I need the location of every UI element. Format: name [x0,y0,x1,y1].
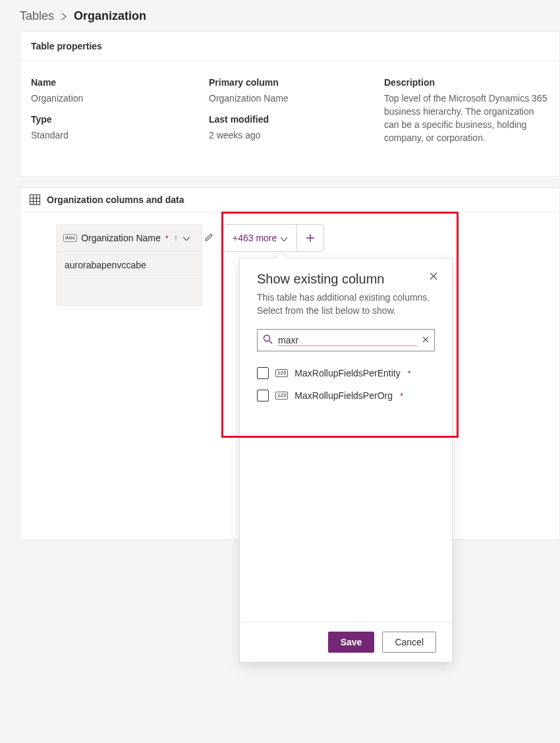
add-column-button[interactable] [297,225,323,251]
edit-icon[interactable] [204,233,215,244]
breadcrumb: Tables Organization [20,7,560,31]
svg-rect-0 [30,195,40,205]
checkbox[interactable] [257,390,269,401]
breadcrumb-parent[interactable]: Tables [20,9,54,23]
column-header-label: Organization Name [81,233,161,243]
table-grid-icon [30,194,40,205]
required-star-icon: * [165,233,169,243]
description-value: Top level of the Microsoft Dynamics 365 … [384,92,549,144]
name-value: Organization [31,92,188,105]
cancel-button[interactable]: Cancel [382,632,436,653]
text-type-icon: Abc [63,234,77,242]
columns-header: Organization columns and data [20,188,559,212]
show-existing-column-flyout: Show existing column This table has addi… [239,258,453,663]
card-title: Table properties [20,32,559,61]
number-type-icon: 123 [275,369,288,377]
columns-header-title: Organization columns and data [47,194,184,205]
search-input[interactable]: maxr [257,329,435,351]
chevron-right-icon [61,11,67,22]
type-value: Standard [31,129,188,142]
search-input-value: maxr [278,335,417,346]
column-header-organization-name[interactable]: Abc Organization Name* ↑ [56,224,202,252]
number-type-icon: 123 [275,392,288,400]
required-star-icon: * [408,369,411,378]
flyout-footer: Save Cancel [240,622,452,662]
list-item-label: MaxRollupFieldsPerOrg [294,390,393,401]
columns-data-card: Organization columns and data Abc Organi… [20,187,560,540]
last-modified-label: Last modified [209,114,363,125]
more-columns-pill: +463 more [223,224,324,252]
list-item[interactable]: 123 MaxRollupFieldsPerOrg* [257,384,435,407]
required-star-icon: * [400,391,403,401]
sort-asc-icon: ↑ [174,233,178,243]
chevron-down-icon[interactable] [183,235,190,242]
list-item-label: MaxRollupFieldsPerEntity [294,368,400,378]
chevron-down-icon [281,233,287,243]
breadcrumb-current: Organization [74,9,146,23]
flyout-title: Show existing column [257,272,435,287]
more-columns-label: +463 more [233,233,277,243]
primary-column-label: Primary column [209,77,363,88]
table-properties-card: Table properties Name Organization Type … [20,31,560,177]
table-row[interactable] [56,278,202,306]
close-button[interactable] [430,272,437,282]
flyout-description: This table has additional existing colum… [257,291,435,317]
svg-point-9 [264,336,270,342]
table-row[interactable]: aurorabapenvccabe [56,251,202,279]
save-button[interactable]: Save [328,632,375,653]
last-modified-value: 2 weeks ago [209,129,363,142]
clear-search-button[interactable] [422,336,429,345]
type-label: Type [31,114,188,125]
svg-line-10 [269,341,272,343]
more-columns-button[interactable]: +463 more [223,225,296,251]
checkbox[interactable] [257,367,269,379]
search-icon [263,334,273,346]
list-item[interactable]: 123 MaxRollupFieldsPerEntity* [257,362,435,384]
name-label: Name [31,77,188,88]
primary-column-value: Organization Name [209,92,363,105]
description-label: Description [384,77,549,88]
